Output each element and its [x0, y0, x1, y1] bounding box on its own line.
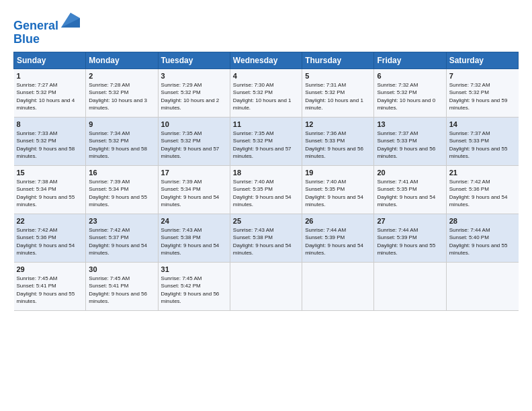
day-cell: 23Sunrise: 7:42 AMSunset: 5:37 PMDayligh…: [86, 214, 158, 262]
day-info: Sunrise: 7:31 AMSunset: 5:32 PMDaylight:…: [305, 81, 371, 112]
header-cell-friday: Friday: [374, 52, 446, 68]
day-cell: 11Sunrise: 7:35 AMSunset: 5:32 PMDayligh…: [230, 117, 302, 165]
day-number: 13: [377, 120, 443, 128]
day-number: 12: [305, 120, 371, 128]
day-info: Sunrise: 7:36 AMSunset: 5:33 PMDaylight:…: [305, 130, 371, 161]
day-cell: 4Sunrise: 7:30 AMSunset: 5:32 PMDaylight…: [230, 68, 302, 117]
day-number: 26: [305, 217, 371, 225]
week-row-3: 15Sunrise: 7:38 AMSunset: 5:34 PMDayligh…: [14, 165, 519, 214]
day-info: Sunrise: 7:35 AMSunset: 5:32 PMDaylight:…: [233, 130, 299, 161]
day-number: 22: [17, 217, 83, 225]
day-info: Sunrise: 7:32 AMSunset: 5:32 PMDaylight:…: [449, 81, 516, 112]
day-info: Sunrise: 7:37 AMSunset: 5:33 PMDaylight:…: [449, 130, 516, 161]
day-number: 23: [89, 217, 154, 225]
day-number: 7: [449, 72, 516, 80]
day-number: 6: [377, 72, 443, 80]
day-info: Sunrise: 7:32 AMSunset: 5:32 PMDaylight:…: [377, 81, 443, 112]
day-number: 16: [89, 169, 154, 177]
day-number: 8: [17, 120, 83, 128]
week-row-4: 22Sunrise: 7:42 AMSunset: 5:36 PMDayligh…: [14, 214, 519, 262]
day-number: 25: [233, 217, 299, 225]
day-cell: 30Sunrise: 7:45 AMSunset: 5:41 PMDayligh…: [86, 262, 158, 310]
calendar-table: SundayMondayTuesdayWednesdayThursdayFrid…: [13, 52, 519, 311]
day-number: 11: [233, 120, 299, 128]
day-info: Sunrise: 7:33 AMSunset: 5:32 PMDaylight:…: [17, 130, 83, 161]
day-cell: 2Sunrise: 7:28 AMSunset: 5:32 PMDaylight…: [86, 68, 158, 117]
day-number: 18: [233, 169, 299, 177]
day-cell: 16Sunrise: 7:39 AMSunset: 5:34 PMDayligh…: [86, 165, 158, 214]
day-cell: 18Sunrise: 7:40 AMSunset: 5:35 PMDayligh…: [230, 165, 302, 214]
day-number: 19: [305, 169, 371, 177]
day-cell: 17Sunrise: 7:39 AMSunset: 5:34 PMDayligh…: [158, 165, 230, 214]
day-info: Sunrise: 7:39 AMSunset: 5:34 PMDaylight:…: [89, 178, 154, 209]
day-number: 27: [377, 217, 443, 225]
day-cell: 27Sunrise: 7:44 AMSunset: 5:39 PMDayligh…: [374, 214, 446, 262]
day-cell: 1Sunrise: 7:27 AMSunset: 5:32 PMDaylight…: [14, 68, 86, 117]
day-cell: 14Sunrise: 7:37 AMSunset: 5:33 PMDayligh…: [446, 117, 518, 165]
header-cell-sunday: Sunday: [14, 52, 86, 68]
day-cell: 29Sunrise: 7:45 AMSunset: 5:41 PMDayligh…: [14, 262, 86, 310]
day-info: Sunrise: 7:43 AMSunset: 5:38 PMDaylight:…: [161, 226, 227, 257]
day-number: 5: [305, 72, 371, 80]
day-number: 15: [17, 169, 83, 177]
day-number: 3: [161, 72, 227, 80]
day-info: Sunrise: 7:42 AMSunset: 5:37 PMDaylight:…: [89, 226, 154, 257]
header-cell-wednesday: Wednesday: [230, 52, 302, 68]
day-cell: [374, 262, 446, 310]
day-cell: 7Sunrise: 7:32 AMSunset: 5:32 PMDaylight…: [446, 68, 518, 117]
day-number: 17: [161, 169, 227, 177]
day-number: 28: [449, 217, 516, 225]
day-number: 31: [161, 265, 227, 273]
day-info: Sunrise: 7:28 AMSunset: 5:32 PMDaylight:…: [89, 81, 154, 112]
day-cell: 28Sunrise: 7:44 AMSunset: 5:40 PMDayligh…: [446, 214, 518, 262]
day-info: Sunrise: 7:39 AMSunset: 5:34 PMDaylight:…: [161, 178, 227, 209]
week-row-5: 29Sunrise: 7:45 AMSunset: 5:41 PMDayligh…: [14, 262, 519, 310]
logo-general: General: [13, 19, 58, 32]
day-cell: 19Sunrise: 7:40 AMSunset: 5:35 PMDayligh…: [302, 165, 374, 214]
day-info: Sunrise: 7:45 AMSunset: 5:41 PMDaylight:…: [89, 275, 154, 306]
day-info: Sunrise: 7:44 AMSunset: 5:39 PMDaylight:…: [305, 226, 371, 257]
day-info: Sunrise: 7:34 AMSunset: 5:32 PMDaylight:…: [89, 130, 154, 161]
day-info: Sunrise: 7:45 AMSunset: 5:42 PMDaylight:…: [161, 275, 227, 306]
day-info: Sunrise: 7:43 AMSunset: 5:38 PMDaylight:…: [233, 226, 299, 257]
day-cell: [446, 262, 518, 310]
logo: General Blue: [13, 11, 80, 46]
day-info: Sunrise: 7:42 AMSunset: 5:36 PMDaylight:…: [17, 226, 83, 257]
week-row-2: 8Sunrise: 7:33 AMSunset: 5:32 PMDaylight…: [14, 117, 519, 165]
day-info: Sunrise: 7:45 AMSunset: 5:41 PMDaylight:…: [17, 275, 83, 306]
week-row-1: 1Sunrise: 7:27 AMSunset: 5:32 PMDaylight…: [14, 68, 519, 117]
day-cell: [230, 262, 302, 310]
day-info: Sunrise: 7:42 AMSunset: 5:36 PMDaylight:…: [449, 178, 516, 209]
calendar-body: 1Sunrise: 7:27 AMSunset: 5:32 PMDaylight…: [14, 68, 519, 310]
day-info: Sunrise: 7:44 AMSunset: 5:40 PMDaylight:…: [449, 226, 516, 257]
day-cell: [302, 262, 374, 310]
day-cell: 24Sunrise: 7:43 AMSunset: 5:38 PMDayligh…: [158, 214, 230, 262]
day-info: Sunrise: 7:40 AMSunset: 5:35 PMDaylight:…: [233, 178, 299, 209]
day-number: 24: [161, 217, 227, 225]
day-number: 20: [377, 169, 443, 177]
day-info: Sunrise: 7:41 AMSunset: 5:35 PMDaylight:…: [377, 178, 443, 209]
day-info: Sunrise: 7:35 AMSunset: 5:32 PMDaylight:…: [161, 130, 227, 161]
header-cell-tuesday: Tuesday: [158, 52, 230, 68]
day-number: 21: [449, 169, 516, 177]
day-cell: 13Sunrise: 7:37 AMSunset: 5:33 PMDayligh…: [374, 117, 446, 165]
day-cell: 12Sunrise: 7:36 AMSunset: 5:33 PMDayligh…: [302, 117, 374, 165]
day-cell: 21Sunrise: 7:42 AMSunset: 5:36 PMDayligh…: [446, 165, 518, 214]
day-cell: 3Sunrise: 7:29 AMSunset: 5:32 PMDaylight…: [158, 68, 230, 117]
day-cell: 15Sunrise: 7:38 AMSunset: 5:34 PMDayligh…: [14, 165, 86, 214]
logo-blue: Blue: [13, 33, 80, 46]
header-cell-thursday: Thursday: [302, 52, 374, 68]
day-info: Sunrise: 7:44 AMSunset: 5:39 PMDaylight:…: [377, 226, 443, 257]
day-cell: 20Sunrise: 7:41 AMSunset: 5:35 PMDayligh…: [374, 165, 446, 214]
day-number: 2: [89, 72, 154, 80]
day-number: 30: [89, 265, 154, 273]
day-number: 10: [161, 120, 227, 128]
day-cell: 8Sunrise: 7:33 AMSunset: 5:32 PMDaylight…: [14, 117, 86, 165]
day-number: 14: [449, 120, 516, 128]
day-cell: 9Sunrise: 7:34 AMSunset: 5:32 PMDaylight…: [86, 117, 158, 165]
day-info: Sunrise: 7:37 AMSunset: 5:33 PMDaylight:…: [377, 130, 443, 161]
day-cell: 31Sunrise: 7:45 AMSunset: 5:42 PMDayligh…: [158, 262, 230, 310]
day-info: Sunrise: 7:27 AMSunset: 5:32 PMDaylight:…: [17, 81, 83, 112]
day-cell: 22Sunrise: 7:42 AMSunset: 5:36 PMDayligh…: [14, 214, 86, 262]
header-cell-monday: Monday: [86, 52, 158, 68]
